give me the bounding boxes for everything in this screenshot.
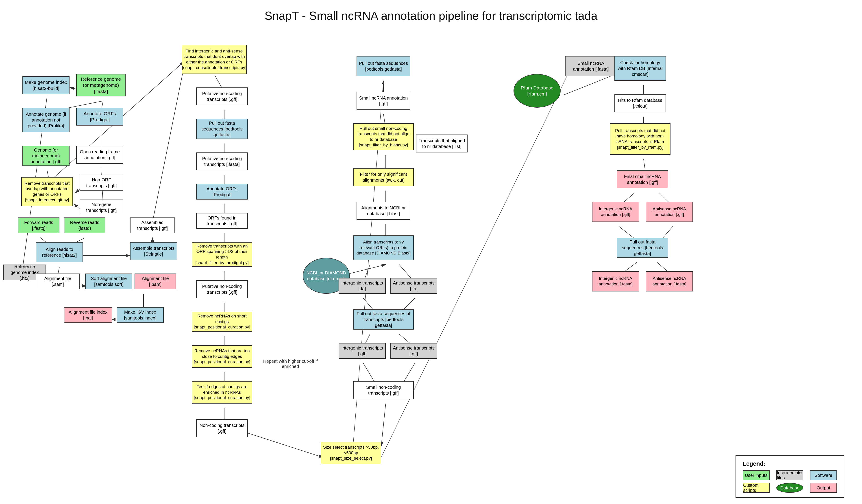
non-coding-transcripts-node: Non-coding transcripts [.gff]: [196, 419, 248, 437]
putative-nc1-node: Putative non-coding transcripts [.gff]: [196, 88, 248, 105]
pull-fasta-2-node: Pull out fasta sequences [bedtools getfa…: [356, 56, 410, 76]
remove-short-contigs-node: Remove ncRNAs on short contigs [snapt_po…: [192, 311, 252, 332]
arrows-svg: [0, 27, 862, 504]
align-transcripts-diamond-node: Align transcripts (only relevant ORLs) t…: [353, 235, 414, 260]
remove-transcripts-node: Remove transcripts that overlap with ann…: [21, 177, 73, 206]
antisense-ncrna-gff-node: Antisense ncRNA annotation [.gff]: [646, 202, 693, 222]
putative-nc-fasta-node: Putative non-coding transcripts [.fasta]: [196, 152, 248, 170]
rfam-db-node: Rfam Database [rfam.cm]: [513, 74, 561, 108]
legend-software: Software: [810, 470, 837, 480]
make-igv-index-node: Make IGV index [samtools index]: [117, 307, 164, 323]
legend-grid: User inputs Intermediate files Software …: [743, 470, 837, 493]
intergenic-fa-node: Intergenic transcripts [.fa]: [339, 278, 386, 294]
svg-line-19: [153, 67, 184, 222]
legend-custom-scripts: Custom scripts: [743, 483, 770, 493]
sort-alignment-node: Sort alignment file [samtools sort]: [85, 274, 132, 289]
align-reads-node: Align reads to reference [hisat2]: [36, 242, 83, 262]
legend-database: Database: [776, 483, 803, 493]
remove-close-edges-node: Remove ncRNAs that are too close to cont…: [192, 345, 252, 368]
intergenic-gff-node: Intergenic transcripts [.gff]: [339, 343, 386, 359]
remove-orf-transcripts-node: Remove transcripts with an ORF spanning …: [192, 242, 252, 267]
putative-nc2-node: Putative non-coding transcripts [.gff]: [196, 280, 248, 298]
antisense-ncrna-fasta-node: Antisense ncRNA annotation [.fasta]: [646, 271, 693, 291]
annotate-genome-node: Annotate genome (if annotation not provi…: [23, 108, 69, 132]
svg-line-50: [381, 403, 386, 446]
legend-title: Legend:: [743, 460, 837, 467]
filter-significant-node: Filter for only significant alignments […: [353, 168, 414, 186]
svg-line-35: [247, 433, 323, 457]
pull-out-small-nc-node: Pull out small non-coding transcripts th…: [353, 123, 414, 150]
non-orf-transcripts-node: Non-ORF transcripts [.gff]: [80, 175, 123, 190]
genome-annotation-node: Genome (or metagenome) annotation [.gff]: [23, 146, 69, 166]
alignments-ncbi-node: Alignments to NCBI nr database [.blast]: [356, 202, 410, 220]
forward-reads-node: Forward reads [.fastq]: [18, 217, 60, 233]
pull-fasta-final-node: Pull out fasta sequences [bedtools getfa…: [617, 238, 668, 258]
orf-annotation-node: Open reading frame annotation [.gff]: [76, 146, 123, 164]
legend-output: Output: [810, 483, 837, 493]
annotate-orfs2-node: Annotate ORFs [Prodigal]: [196, 184, 248, 200]
full-out-fasta-node: Full out fasta sequences of transcripts …: [353, 309, 414, 330]
small-ncrna-fasta-node: Small ncRNA annotation [.fasta]: [565, 56, 617, 76]
svg-line-41: [350, 265, 386, 274]
legend: Legend: User inputs Intermediate files S…: [735, 455, 844, 498]
test-edges-node: Test if edges of contigs are enriched in…: [192, 381, 252, 403]
intergenic-ncrna-fasta-node: Intergenic ncRNA annotation [.fasta]: [592, 271, 639, 291]
svg-line-52: [563, 73, 619, 95]
make-genome-index-node: Make genome index [hisat2-build]: [23, 76, 69, 94]
diagram-container: Reference genome (or metagenome) [.fasta…: [0, 27, 862, 504]
alignment-file-sam-node: Alignment file [.sam]: [36, 274, 80, 289]
legend-intermediate: Intermediate files: [776, 470, 803, 480]
repeat-label: Repeat with higher cut-off if enriched: [259, 359, 322, 369]
annotate-orfs-node: Annotate ORFs [Prodigal]: [76, 108, 123, 125]
reverse-reads-node: Reverse reads (fastq): [64, 217, 105, 233]
pull-fasta1-node: Pull out fasta sequences [bedtools getfa…: [196, 119, 248, 139]
find-intergenic-node: Find intergenic and anti-sense transcrip…: [182, 45, 247, 74]
non-gene-transcripts-node: Non-gene transcripts [.gff]: [80, 200, 123, 215]
small-nc-gff-node: Small non-coding transcripts [.gff]: [353, 381, 414, 399]
check-homology-node: Check for homology with Rfam DB [Inferna…: [614, 56, 666, 81]
intergenic-ncrna-gff-node: Intergenic ncRNA annotation [.gff]: [592, 202, 639, 222]
assemble-transcripts-node: Assemble transcripts [Stringtie]: [130, 242, 177, 260]
orfs-found-node: ORFs found in transcripts [.gff]: [196, 213, 248, 229]
small-ncrna-annotation-gff-node: Small ncRNA annotation [.gff]: [356, 92, 410, 110]
legend-user-inputs: User inputs: [743, 470, 770, 480]
transcripts-aligned-node: Transcripts that aligned to nr database …: [416, 134, 468, 152]
alignment-file-bam-node: Alignment file [.bam]: [134, 274, 176, 289]
antisense-fa-node: Antisense transcripts [.fa]: [390, 278, 437, 294]
antisense-gff-node: Antisense transcripts [.gff]: [390, 343, 437, 359]
alignment-file-bai-node: Alignment file index [.bai]: [64, 307, 112, 323]
size-select-node: Size select transcripts >50bp, <500bp [s…: [321, 442, 381, 464]
assembled-transcripts-node: Assembled transcripts [.gff]: [130, 217, 175, 233]
hits-rfam-node: Hits to Rfam database [.tblout]: [614, 94, 666, 112]
final-small-ncrna-node: Final small ncRNA annotation [.gff]: [617, 170, 668, 188]
page-title: SnapT - Small ncRNA annotation pipeline …: [0, 0, 862, 27]
reference-genome-node: Reference genome (or metagenome) [.fasta…: [76, 74, 126, 96]
pull-no-homology-node: Pull transcripts that did not have homol…: [610, 123, 670, 155]
